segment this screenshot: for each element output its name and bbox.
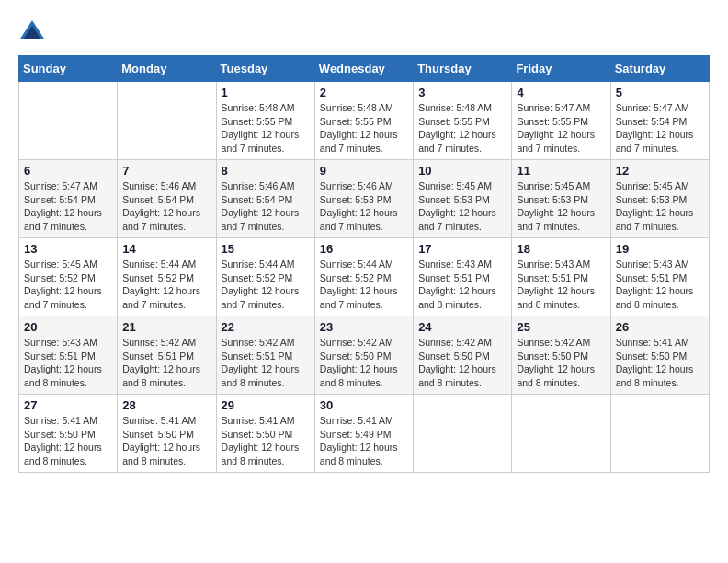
day-cell: 1Sunrise: 5:48 AM Sunset: 5:55 PM Daylig… (216, 82, 314, 160)
day-cell: 28Sunrise: 5:41 AM Sunset: 5:50 PM Dayli… (118, 395, 216, 473)
day-number: 24 (418, 320, 506, 334)
day-number: 11 (517, 164, 605, 178)
day-info: Sunrise: 5:43 AM Sunset: 5:51 PM Dayligh… (616, 258, 704, 312)
day-number: 7 (122, 164, 210, 178)
day-cell (19, 82, 118, 160)
day-number: 21 (122, 320, 210, 334)
day-header-saturday: Saturday (610, 56, 709, 82)
day-cell: 4Sunrise: 5:47 AM Sunset: 5:55 PM Daylig… (512, 82, 610, 160)
day-info: Sunrise: 5:43 AM Sunset: 5:51 PM Dayligh… (517, 258, 605, 312)
day-header-monday: Monday (118, 56, 216, 82)
day-info: Sunrise: 5:44 AM Sunset: 5:52 PM Dayligh… (320, 258, 408, 312)
day-number: 1 (222, 86, 310, 99)
day-number: 5 (616, 86, 704, 99)
day-cell: 16Sunrise: 5:44 AM Sunset: 5:52 PM Dayli… (314, 238, 413, 316)
day-cell: 23Sunrise: 5:42 AM Sunset: 5:50 PM Dayli… (314, 316, 413, 395)
day-cell (512, 395, 610, 473)
day-header-wednesday: Wednesday (314, 56, 413, 82)
week-row-3: 13Sunrise: 5:45 AM Sunset: 5:52 PM Dayli… (19, 238, 710, 316)
day-cell (118, 82, 216, 160)
day-number: 17 (418, 242, 506, 256)
day-number: 22 (222, 320, 310, 334)
day-number: 26 (616, 320, 704, 334)
day-info: Sunrise: 5:46 AM Sunset: 5:54 PM Dayligh… (222, 179, 310, 234)
day-info: Sunrise: 5:42 AM Sunset: 5:51 PM Dayligh… (222, 336, 310, 390)
calendar-table: SundayMondayTuesdayWednesdayThursdayFrid… (18, 55, 710, 473)
day-cell: 13Sunrise: 5:45 AM Sunset: 5:52 PM Dayli… (19, 238, 118, 316)
day-info: Sunrise: 5:42 AM Sunset: 5:50 PM Dayligh… (320, 336, 408, 390)
day-header-tuesday: Tuesday (216, 56, 314, 82)
day-number: 3 (418, 86, 506, 99)
day-number: 2 (320, 86, 408, 99)
day-info: Sunrise: 5:47 AM Sunset: 5:54 PM Dayligh… (24, 179, 112, 234)
day-number: 20 (24, 320, 112, 334)
day-info: Sunrise: 5:43 AM Sunset: 5:51 PM Dayligh… (418, 258, 506, 312)
day-cell: 7Sunrise: 5:46 AM Sunset: 5:54 PM Daylig… (118, 160, 216, 238)
day-number: 25 (517, 320, 605, 334)
day-cell: 11Sunrise: 5:45 AM Sunset: 5:53 PM Dayli… (512, 160, 610, 238)
logo (18, 18, 50, 46)
day-info: Sunrise: 5:45 AM Sunset: 5:53 PM Dayligh… (517, 179, 605, 234)
day-info: Sunrise: 5:42 AM Sunset: 5:50 PM Dayligh… (418, 336, 506, 390)
day-number: 19 (616, 242, 704, 256)
day-info: Sunrise: 5:41 AM Sunset: 5:50 PM Dayligh… (222, 414, 310, 468)
day-cell: 10Sunrise: 5:45 AM Sunset: 5:53 PM Dayli… (414, 160, 512, 238)
day-info: Sunrise: 5:47 AM Sunset: 5:54 PM Dayligh… (616, 101, 704, 155)
day-cell: 12Sunrise: 5:45 AM Sunset: 5:53 PM Dayli… (610, 160, 709, 238)
day-cell: 25Sunrise: 5:42 AM Sunset: 5:50 PM Dayli… (512, 316, 610, 395)
day-cell: 30Sunrise: 5:41 AM Sunset: 5:49 PM Dayli… (314, 395, 413, 473)
day-info: Sunrise: 5:41 AM Sunset: 5:50 PM Dayligh… (616, 336, 704, 390)
week-row-4: 20Sunrise: 5:43 AM Sunset: 5:51 PM Dayli… (19, 316, 710, 395)
day-number: 15 (222, 242, 310, 256)
day-info: Sunrise: 5:42 AM Sunset: 5:50 PM Dayligh… (517, 336, 605, 390)
day-cell: 2Sunrise: 5:48 AM Sunset: 5:55 PM Daylig… (314, 82, 413, 160)
day-header-sunday: Sunday (19, 56, 118, 82)
week-row-1: 1Sunrise: 5:48 AM Sunset: 5:55 PM Daylig… (19, 82, 710, 160)
day-cell (610, 395, 709, 473)
day-header-friday: Friday (512, 56, 610, 82)
day-info: Sunrise: 5:48 AM Sunset: 5:55 PM Dayligh… (320, 101, 408, 155)
day-number: 30 (320, 398, 408, 412)
day-cell: 6Sunrise: 5:47 AM Sunset: 5:54 PM Daylig… (19, 160, 118, 238)
day-number: 23 (320, 320, 408, 334)
logo-icon (18, 18, 46, 46)
day-info: Sunrise: 5:47 AM Sunset: 5:55 PM Dayligh… (517, 101, 605, 155)
day-number: 27 (24, 398, 112, 412)
day-number: 9 (320, 164, 408, 178)
day-info: Sunrise: 5:44 AM Sunset: 5:52 PM Dayligh… (222, 258, 310, 312)
day-cell: 14Sunrise: 5:44 AM Sunset: 5:52 PM Dayli… (118, 238, 216, 316)
day-info: Sunrise: 5:42 AM Sunset: 5:51 PM Dayligh… (122, 336, 210, 390)
day-info: Sunrise: 5:41 AM Sunset: 5:50 PM Dayligh… (24, 414, 112, 468)
day-info: Sunrise: 5:41 AM Sunset: 5:50 PM Dayligh… (122, 414, 210, 468)
day-number: 18 (517, 242, 605, 256)
day-number: 4 (517, 86, 605, 99)
day-info: Sunrise: 5:48 AM Sunset: 5:55 PM Dayligh… (418, 101, 506, 155)
day-info: Sunrise: 5:45 AM Sunset: 5:53 PM Dayligh… (616, 179, 704, 234)
day-cell: 19Sunrise: 5:43 AM Sunset: 5:51 PM Dayli… (610, 238, 709, 316)
day-number: 28 (122, 398, 210, 412)
day-cell: 27Sunrise: 5:41 AM Sunset: 5:50 PM Dayli… (19, 395, 118, 473)
days-header-row: SundayMondayTuesdayWednesdayThursdayFrid… (19, 56, 710, 82)
day-info: Sunrise: 5:45 AM Sunset: 5:52 PM Dayligh… (24, 258, 112, 312)
day-number: 8 (222, 164, 310, 178)
day-cell: 22Sunrise: 5:42 AM Sunset: 5:51 PM Dayli… (216, 316, 314, 395)
day-number: 13 (24, 242, 112, 256)
day-cell: 5Sunrise: 5:47 AM Sunset: 5:54 PM Daylig… (610, 82, 709, 160)
day-info: Sunrise: 5:46 AM Sunset: 5:53 PM Dayligh… (320, 179, 408, 234)
day-cell: 29Sunrise: 5:41 AM Sunset: 5:50 PM Dayli… (216, 395, 314, 473)
day-info: Sunrise: 5:48 AM Sunset: 5:55 PM Dayligh… (222, 101, 310, 155)
day-cell: 15Sunrise: 5:44 AM Sunset: 5:52 PM Dayli… (216, 238, 314, 316)
day-number: 10 (418, 164, 506, 178)
week-row-5: 27Sunrise: 5:41 AM Sunset: 5:50 PM Dayli… (19, 395, 710, 473)
day-cell: 18Sunrise: 5:43 AM Sunset: 5:51 PM Dayli… (512, 238, 610, 316)
day-info: Sunrise: 5:43 AM Sunset: 5:51 PM Dayligh… (24, 336, 112, 390)
header (18, 18, 710, 46)
day-cell: 20Sunrise: 5:43 AM Sunset: 5:51 PM Dayli… (19, 316, 118, 395)
day-cell (414, 395, 512, 473)
day-header-thursday: Thursday (414, 56, 512, 82)
week-row-2: 6Sunrise: 5:47 AM Sunset: 5:54 PM Daylig… (19, 160, 710, 238)
day-number: 14 (122, 242, 210, 256)
day-info: Sunrise: 5:45 AM Sunset: 5:53 PM Dayligh… (418, 179, 506, 234)
day-cell: 8Sunrise: 5:46 AM Sunset: 5:54 PM Daylig… (216, 160, 314, 238)
day-number: 29 (222, 398, 310, 412)
